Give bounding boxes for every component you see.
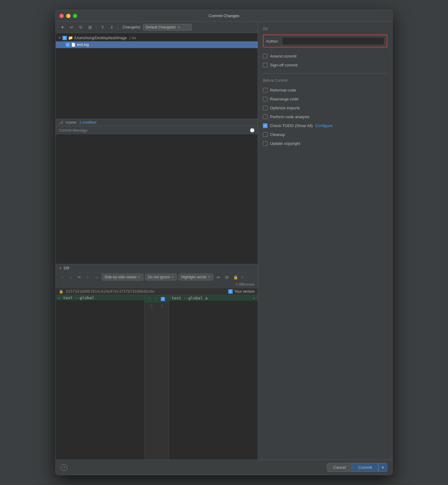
refresh-button[interactable]: ↻ (77, 24, 85, 31)
gutter-row-1: 1 1 ✓ (145, 295, 169, 303)
commit-arrow-button[interactable]: ▼ (378, 463, 387, 472)
highlight-label: Highlight words (181, 275, 207, 279)
changelist-dropdown[interactable]: Default Changelist ▼ (143, 24, 192, 31)
help-button[interactable]: ? (61, 464, 67, 471)
lock-btn[interactable]: 🔒 (232, 274, 239, 280)
diff-edit-btn[interactable]: ✏ (76, 274, 83, 280)
status-bar: ⎇ master 1 modified (56, 119, 258, 126)
diff-left-text-1: test --global (63, 295, 94, 300)
diff-viewer: 🔒 d15f341609b7014c624e974c475fbf42886dba… (56, 288, 258, 460)
diff-file-header: 🔒 d15f341609b7014c624e974c475fbf42886dba… (56, 288, 258, 295)
move-up-button[interactable]: ⇑ (99, 24, 106, 31)
diff-header[interactable]: ▼ Diff (56, 264, 258, 272)
author-row: Author: (263, 35, 387, 47)
clock-icon[interactable]: 🕐 (250, 128, 255, 133)
bottom-bar: ? Cancel Commit ▼ (56, 460, 392, 475)
checkbox-rearrange-row: Rearrange code (263, 96, 387, 102)
move-down-button[interactable]: ⇓ (108, 24, 116, 31)
root-checkbox[interactable]: ✓ (63, 36, 67, 40)
gutter-right-num-1: 1 (155, 297, 157, 301)
diff-prev-btn[interactable]: ↑ (59, 274, 66, 280)
diff-right-checkmark-1: ✓ (253, 295, 255, 300)
diff-fwd-btn[interactable]: → (93, 274, 100, 280)
layout-btn[interactable]: ⊟ (224, 274, 230, 280)
traffic-lights (59, 14, 77, 18)
highlight-dropdown[interactable]: Highlight words ▼ (179, 274, 213, 280)
right-panel: Git Author: Amend commit Sign-off commit… (258, 22, 392, 460)
ignore-arrow-icon: ▼ (171, 276, 174, 279)
configure-link[interactable]: Configure (315, 123, 332, 128)
cleanup-label: Cleanup (270, 132, 285, 137)
cleanup-checkbox[interactable] (263, 132, 268, 137)
minimize-button[interactable] (66, 14, 70, 18)
cancel-button[interactable]: Cancel (327, 463, 352, 472)
toolbar: ✦ ↩ ↻ ⊞ ⇑ ⇓ Changelist: Default Changeli… (56, 22, 258, 33)
optimize-checkbox[interactable] (263, 106, 268, 110)
checkbox-optimize-row: Optimize imports (263, 105, 387, 111)
file-icon: 📄 (71, 43, 76, 47)
diff-next-btn[interactable]: ↓ (67, 274, 74, 280)
gutter-right-num-2: 2 (161, 304, 163, 308)
branch-icon: ⎇ (59, 120, 63, 125)
group-button[interactable]: ⊞ (86, 24, 94, 31)
viewer-dropdown[interactable]: Side-by-side viewer ▼ (102, 274, 143, 280)
changelist-label: Changelist: (123, 25, 141, 29)
undo-button[interactable]: ↩ (68, 24, 75, 31)
checkbox-analysis-row: Perform code analysis (263, 114, 387, 120)
help-icon: ? (63, 465, 65, 470)
diff-line-check-left: ✓ (58, 295, 61, 300)
diff-line-left-2 (56, 300, 144, 309)
changelist-value: Default Changelist (146, 25, 176, 29)
your-version-label: Your version (234, 289, 255, 294)
reformat-checkbox[interactable] (263, 88, 268, 92)
pin-button[interactable]: ✦ (59, 24, 66, 31)
copyright-checkbox[interactable] (263, 141, 268, 146)
diff-count: 1 difference (236, 282, 255, 287)
todo-label: Check TODO (Show All) (270, 123, 313, 128)
author-input[interactable] (282, 37, 384, 45)
diff-left-pane: ✓ test --global (56, 295, 145, 460)
file-item[interactable]: ✓ 📄 test.log (56, 41, 258, 48)
diff-toggle-icon: ▼ (59, 267, 62, 270)
commit-button[interactable]: Commit (352, 463, 378, 472)
gutter-checkbox-1[interactable]: ✓ (161, 297, 165, 301)
diff-your-version: ✓ Your version (228, 289, 255, 294)
diff-file-hash: d15f341609b7014c624e974c475fbf42886dba9e (66, 289, 154, 294)
diff-back-btn[interactable]: ← (85, 274, 91, 280)
action-buttons: Cancel Commit ▼ (327, 463, 387, 472)
file-tree: ▼ ✓ 📁 /Users/hong/Desktop/test/Image 1 f… (56, 33, 258, 119)
window-title: Commit Changes (209, 13, 239, 18)
optimize-label: Optimize imports (270, 106, 300, 110)
folder-icon: 📁 (68, 36, 73, 40)
maximize-button[interactable] (73, 14, 77, 18)
signoff-checkbox[interactable] (263, 63, 268, 67)
author-label: Author: (266, 39, 279, 43)
commit-message-label: Commit Message (59, 128, 87, 133)
close-button[interactable] (59, 14, 64, 18)
before-commit-title: Before Commit (263, 78, 387, 83)
commit-message-input[interactable] (56, 134, 258, 264)
modified-link[interactable]: 1 modified (79, 120, 96, 125)
todo-checkbox[interactable] (263, 123, 268, 128)
copyright-label: Update copyright (270, 141, 300, 146)
file-name: test.log (77, 43, 89, 47)
diff-line-right-2 (169, 301, 258, 309)
analysis-checkbox[interactable] (263, 115, 268, 119)
section-divider (263, 73, 387, 73)
gutter-left-num-2: 2 (150, 304, 153, 308)
root-path: /Users/hong/Desktop/test/Image (74, 36, 127, 40)
gutter-left-num-1: 1 (149, 297, 151, 301)
tree-root-row[interactable]: ▼ ✓ 📁 /Users/hong/Desktop/test/Image 1 f… (56, 34, 258, 41)
amend-checkbox[interactable] (263, 54, 268, 58)
file-checkbox[interactable]: ✓ (66, 43, 70, 47)
collapse-btn[interactable]: ⇔ (215, 274, 222, 280)
ignore-dropdown[interactable]: Do not ignore ▼ (145, 274, 177, 280)
gutter-row-2: 2 2 (145, 303, 169, 310)
rearrange-checkbox[interactable] (263, 97, 268, 101)
checkbox-amend-row: Amend commit (263, 53, 387, 59)
changelist-arrow-icon: ▼ (177, 26, 180, 29)
your-version-checkbox[interactable]: ✓ (228, 289, 233, 294)
diff-right-text-1: test --global a (172, 296, 207, 300)
left-panel: ✦ ↩ ↻ ⊞ ⇑ ⇓ Changelist: Default Changeli… (56, 22, 258, 460)
checkbox-cleanup-row: Cleanup (263, 131, 387, 138)
